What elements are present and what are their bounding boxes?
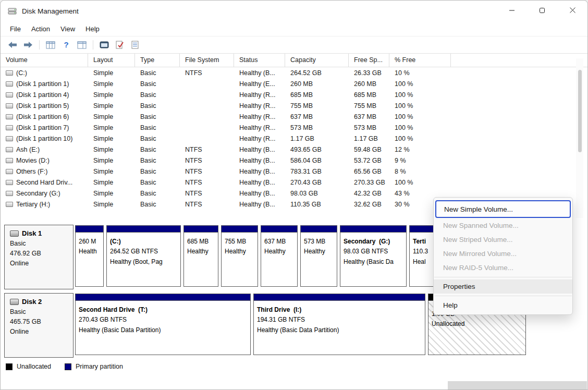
column-header-file-system[interactable]: File System — [180, 54, 234, 67]
table-row[interactable]: (Disk 1 partition 10)SimpleBasicHealthy … — [1, 133, 587, 144]
table-row[interactable]: Others (F:)SimpleBasicNTFSHealthy (B...7… — [1, 166, 587, 177]
column-header-status[interactable]: Status — [234, 54, 285, 67]
partition-body: 573 MBHealthy — [301, 233, 337, 257]
volume-layout: Simple — [88, 91, 135, 99]
volume-type: Basic — [135, 91, 180, 99]
volume-free-space: 755 MB — [349, 102, 389, 109]
column-header-layout[interactable]: Layout — [88, 54, 135, 67]
partition-block[interactable]: 573 MBHealthy — [300, 225, 337, 287]
partition-block[interactable]: 685 MBHealthy — [183, 225, 218, 287]
disk-panel-disk-1[interactable]: Disk 1Basic476.92 GBOnline — [4, 225, 74, 289]
partition-block[interactable]: Secondary (G:)98.03 GB NTFSHealthy (Basi… — [340, 225, 407, 287]
back-icon[interactable] — [5, 38, 20, 52]
partition-header-bar — [301, 226, 337, 233]
table-row[interactable]: (Disk 1 partition 1)SimpleBasicHealthy (… — [1, 78, 587, 89]
volume-free-space: 685 MB — [349, 91, 389, 99]
partition-block[interactable]: 637 MBHealthy — [261, 225, 298, 287]
minimize-button[interactable] — [497, 1, 527, 21]
table-row[interactable]: (Disk 1 partition 4)SimpleBasicHealthy (… — [1, 89, 587, 100]
disk-management-window: Disk Management FileActionViewHelp ? Vol… — [0, 0, 588, 390]
menubar-item-action[interactable]: Action — [26, 23, 55, 35]
column-header-volume[interactable]: Volume — [1, 54, 88, 67]
legend-label: Unallocated — [17, 363, 51, 370]
table-row[interactable]: (Disk 1 partition 6)SimpleBasicHealthy (… — [1, 111, 587, 122]
volume-cell: Movies (D:) — [1, 157, 88, 164]
volume-layout: Simple — [88, 190, 135, 197]
column-header-type[interactable]: Type — [135, 54, 180, 67]
volume-name: Others (F:) — [16, 168, 47, 175]
volume-cell: Others (F:) — [1, 168, 88, 175]
partition-block[interactable]: 260 MHealth — [75, 225, 104, 287]
close-button[interactable] — [557, 1, 587, 21]
menu-separator — [434, 296, 572, 296]
details-view-icon[interactable] — [128, 38, 143, 52]
volume-capacity: 98.03 GB — [285, 190, 349, 197]
volume-free-space: 32.62 GB — [349, 201, 389, 208]
volume-icon — [6, 202, 13, 207]
disk-status: Online — [10, 260, 68, 267]
volume-cell: Second Hard Driv... — [1, 179, 88, 186]
partition-block[interactable]: 755 MBHealthy — [221, 225, 258, 287]
disk-name: Disk 2 — [22, 298, 42, 306]
volume-name: (Disk 1 partition 4) — [16, 91, 69, 99]
table-row[interactable]: Movies (D:)SimpleBasicNTFSHealthy (B...5… — [1, 155, 587, 166]
menubar-item-view[interactable]: View — [55, 23, 80, 35]
volume-layout: Simple — [88, 102, 135, 109]
volume-filesystem: NTFS — [180, 69, 234, 77]
volume-capacity: 493.65 GB — [285, 146, 349, 153]
volume-icon — [6, 180, 13, 185]
partition-header-bar — [76, 226, 103, 233]
partition-block[interactable]: (C:)264.52 GB NTFSHealthy (Boot, Pag — [106, 225, 181, 287]
volume-icon — [6, 81, 13, 87]
menu-item-properties[interactable]: Properties — [434, 279, 572, 294]
vertical-scrollbar[interactable] — [576, 58, 583, 218]
partition-status: Healthy (Basic Data Partition) — [257, 325, 422, 335]
partition-name: Second Hard Drive (T:) — [79, 305, 247, 315]
menu-item-new-simple-volume[interactable]: New Simple Volume... — [435, 200, 571, 218]
volume-type: Basic — [135, 135, 180, 142]
partition-body: 685 MBHealthy — [184, 233, 218, 257]
column-header-capacity[interactable]: Capacity — [285, 54, 349, 67]
partition-block[interactable]: Third Drive (I:)194.31 GB NTFSHealthy (B… — [253, 294, 425, 355]
menu-item-help[interactable]: Help — [434, 298, 572, 312]
partition-name: 685 MB — [187, 237, 215, 247]
maximize-button[interactable] — [527, 1, 557, 21]
volume-pct-free: 9 % — [389, 157, 451, 164]
disk-size: 465.75 GB — [10, 318, 68, 325]
volume-layout: Simple — [88, 168, 135, 175]
volume-status: Healthy (R... — [234, 91, 285, 99]
table-row[interactable]: (C:)SimpleBasicNTFSHealthy (B...264.52 G… — [1, 67, 587, 78]
window-title: Disk Management — [22, 7, 79, 15]
table-row[interactable]: Second Hard Driv...SimpleBasicNTFSHealth… — [1, 177, 587, 188]
console-tree-icon[interactable] — [43, 38, 58, 52]
disk-panel-disk-2[interactable]: Disk 2Basic465.75 GBOnline — [4, 293, 74, 358]
menubar-item-file[interactable]: File — [5, 23, 26, 35]
forward-icon[interactable] — [20, 38, 36, 52]
toolbar: ? — [1, 36, 587, 54]
maximize-icon — [539, 6, 545, 16]
volume-type: Basic — [135, 168, 180, 175]
partition-body: 260 MHealth — [76, 233, 103, 257]
table-row[interactable]: (Disk 1 partition 5)SimpleBasicHealthy (… — [1, 100, 587, 111]
volume-status: Healthy (B... — [234, 168, 285, 175]
table-row[interactable]: (Disk 1 partition 7)SimpleBasicHealthy (… — [1, 122, 587, 133]
volume-icon — [6, 125, 13, 130]
table-row[interactable]: Ash (E:)SimpleBasicNTFSHealthy (B...493.… — [1, 144, 587, 155]
volume-type: Basic — [135, 201, 180, 208]
column-header-free[interactable]: % Free — [389, 54, 451, 67]
partition-block[interactable]: Second Hard Drive (T:)270.43 GB NTFSHeal… — [75, 294, 251, 355]
volume-capacity: 1.17 GB — [285, 135, 349, 142]
volume-name: Secondary (G:) — [16, 190, 60, 197]
menubar-item-help[interactable]: Help — [80, 23, 105, 35]
rescan-disks-icon[interactable] — [112, 38, 128, 52]
column-header-free-sp[interactable]: Free Sp... — [349, 54, 389, 67]
console-window-icon[interactable] — [96, 38, 112, 52]
scrollbar-thumb[interactable] — [578, 70, 582, 152]
disk-title: Disk 2 — [10, 298, 68, 306]
help-icon[interactable]: ? — [58, 38, 74, 52]
volume-name: (Disk 1 partition 5) — [16, 102, 69, 109]
menu-separator — [434, 277, 572, 277]
legend-item-primary-partition: Primary partition — [65, 363, 123, 370]
volume-free-space: 1.17 GB — [349, 135, 389, 142]
action-pane-icon[interactable] — [74, 38, 90, 52]
